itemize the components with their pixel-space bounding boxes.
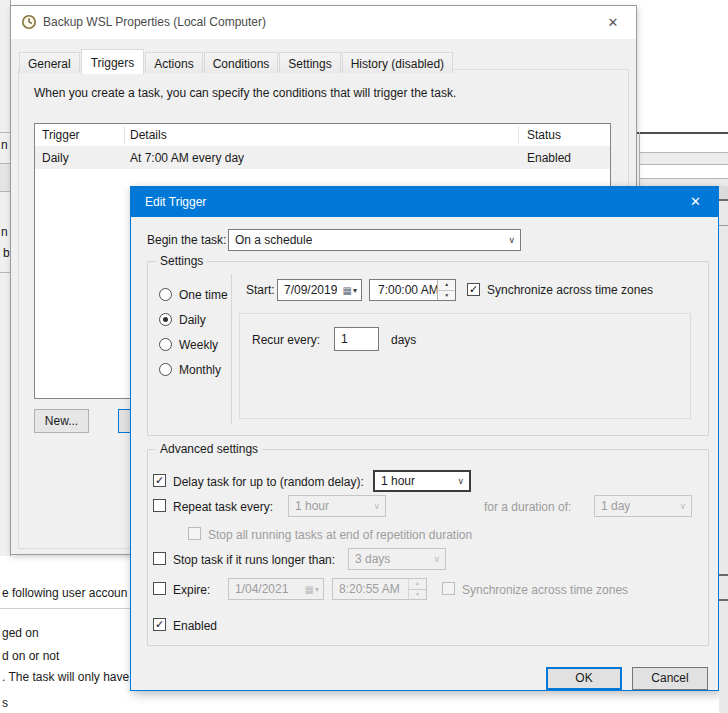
settings-divider (231, 274, 232, 424)
check-icon: ✓ (155, 619, 164, 630)
radio-monthly[interactable] (159, 363, 172, 376)
recur-every-input[interactable]: 1 (334, 327, 379, 351)
calendar-icon: ▦ (305, 584, 314, 595)
recur-unit-label: days (391, 333, 416, 347)
stop-task-label: Stop task if it runs longer than: (173, 553, 335, 567)
close-icon[interactable]: ✕ (673, 187, 718, 217)
expire-time-spinner: 8:20:55 AM ▲ ▼ (332, 578, 427, 600)
expire-date-picker: 1/04/2021 ▦ ▾ (228, 578, 324, 600)
radio-one-time-label: One time (179, 288, 228, 302)
recur-every-label: Recur every: (252, 333, 320, 347)
table-row[interactable]: Daily At 7:00 AM every day Enabled (35, 147, 610, 169)
enabled-checkbox[interactable]: ✓ (153, 618, 166, 631)
chevron-down-icon: ▾ (315, 585, 319, 594)
screen: n n b e following user accoun ged on d o… (0, 0, 728, 713)
calendar-icon: ▦ (343, 285, 352, 296)
stop-task-duration-select: 3 days ∨ (348, 548, 446, 570)
spin-down-icon: ▼ (409, 590, 426, 600)
radio-weekly-label: Weekly (179, 338, 218, 352)
column-header-status[interactable]: Status (527, 124, 561, 146)
table-header: Trigger Details Status (35, 124, 610, 147)
background-text-fragment: . The task will only have (2, 670, 129, 684)
background-right-strip (719, 186, 728, 713)
sync-timezones-checkbox[interactable]: ✓ (467, 283, 480, 296)
delay-duration-select[interactable]: 1 hour ∨ (373, 470, 471, 492)
background-text-fragment: e following user accoun (2, 586, 127, 600)
close-icon[interactable]: ✕ (598, 11, 628, 34)
background-text-fragment: b (3, 246, 10, 260)
spin-up-icon[interactable]: ▲ (438, 280, 455, 291)
radio-daily[interactable] (159, 313, 172, 326)
begin-task-label: Begin the task: (147, 233, 226, 247)
recur-panel (239, 313, 691, 419)
expire-sync-label: Synchronize across time zones (462, 583, 628, 597)
chevron-down-icon: ∨ (373, 501, 385, 511)
properties-titlebar: Backup WSL Properties (Local Computer) ✕ (11, 6, 636, 39)
stop-all-tasks-label: Stop all running tasks at end of repetit… (208, 528, 472, 542)
chevron-down-icon: ∨ (433, 554, 445, 564)
duration-label: for a duration of: (484, 500, 571, 514)
expire-label: Expire: (173, 583, 210, 597)
tab-conditions[interactable]: Conditions (204, 52, 279, 73)
ok-button[interactable]: OK (546, 667, 622, 690)
advanced-group-label: Advanced settings (156, 442, 262, 456)
radio-monthly-label: Monthly (179, 363, 221, 377)
trigger-cell: Daily (42, 147, 69, 169)
window-title: Backup WSL Properties (Local Computer) (43, 6, 266, 39)
chevron-down-icon: ∨ (457, 476, 469, 486)
tab-triggers[interactable]: Triggers (81, 49, 145, 74)
delay-task-label: Delay task for up to (random delay): (173, 475, 364, 489)
enabled-label: Enabled (173, 619, 217, 633)
spin-down-icon[interactable]: ▼ (438, 291, 455, 301)
background-text-fragment: n (1, 225, 8, 239)
spin-up-icon: ▲ (409, 579, 426, 590)
repeat-task-label: Repeat task every: (173, 500, 273, 514)
background-text-fragment: d on or not (2, 649, 59, 663)
radio-one-time[interactable] (159, 288, 172, 301)
chevron-down-icon: ∨ (508, 235, 520, 245)
radio-weekly[interactable] (159, 338, 172, 351)
delay-task-checkbox[interactable]: ✓ (153, 474, 166, 487)
settings-group-label: Settings (156, 254, 207, 268)
tab-history[interactable]: History (disabled) (342, 52, 453, 73)
check-icon: ✓ (469, 284, 478, 295)
cancel-button[interactable]: Cancel (632, 667, 708, 690)
repeat-interval-select: 1 hour ∨ (288, 495, 386, 517)
triggers-description: When you create a task, you can specify … (34, 86, 456, 100)
expire-checkbox[interactable] (153, 582, 166, 595)
new-button[interactable]: New... (34, 409, 89, 433)
background-text-fragment: s (2, 696, 8, 710)
background-text-fragment: ged on (2, 626, 39, 640)
sync-timezones-label: Synchronize across time zones (487, 283, 653, 297)
begin-task-select[interactable]: On a schedule ∨ (228, 229, 521, 251)
column-header-trigger[interactable]: Trigger (42, 124, 80, 146)
stop-all-tasks-checkbox (188, 527, 201, 540)
start-date-picker[interactable]: 7/09/2019 ▦ ▾ (277, 279, 362, 301)
chevron-down-icon: ▾ (353, 286, 357, 295)
dialog-titlebar: Edit Trigger ✕ (131, 187, 718, 217)
tab-general[interactable]: General (19, 52, 80, 73)
duration-select: 1 day ∨ (594, 495, 692, 517)
task-clock-icon (21, 14, 37, 30)
edit-trigger-dialog: Edit Trigger ✕ Begin the task: On a sche… (130, 186, 719, 691)
status-cell: Enabled (527, 147, 571, 169)
start-label: Start: (246, 283, 275, 297)
radio-daily-label: Daily (179, 313, 206, 327)
check-icon: ✓ (155, 475, 164, 486)
start-time-spinner[interactable]: 7:00:00 AM ▲ ▼ (369, 279, 456, 301)
stop-task-checkbox[interactable] (153, 552, 166, 565)
tab-settings[interactable]: Settings (279, 52, 340, 73)
background-bottom-pane: e following user accoun ged on d on or n… (0, 556, 131, 713)
expire-sync-checkbox (442, 582, 455, 595)
tab-strip: General Triggers Actions Conditions Sett… (19, 49, 454, 73)
column-header-details[interactable]: Details (130, 124, 167, 146)
background-text-fragment: n (1, 138, 8, 152)
dialog-title: Edit Trigger (145, 187, 206, 217)
chevron-down-icon: ∨ (679, 501, 691, 511)
details-cell: At 7:00 AM every day (130, 147, 244, 169)
tab-actions[interactable]: Actions (145, 52, 202, 73)
repeat-task-checkbox[interactable] (153, 499, 166, 512)
